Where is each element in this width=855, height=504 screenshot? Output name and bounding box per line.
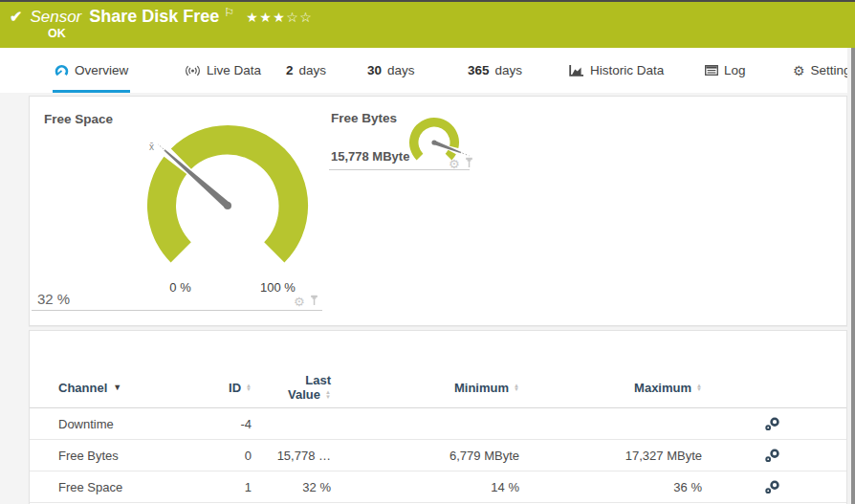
free-bytes-current-value: 15,778 MByte <box>331 149 409 164</box>
channel-id: 0 <box>192 449 252 463</box>
column-header-maximum[interactable]: Maximum▲▼ <box>519 381 702 395</box>
channel-row-free-space[interactable]: Free Space132 %14 %36 % <box>30 471 846 503</box>
stars-empty: ☆☆ <box>286 10 313 25</box>
object-kind-label: Sensor <box>30 8 81 27</box>
last-value: 15,778 … <box>252 449 331 463</box>
minimum-value: 14 % <box>331 480 519 494</box>
channel-name: Downtime <box>58 417 192 431</box>
tab-label: days <box>495 63 523 77</box>
maximum-value: 17,327 MByte <box>519 449 702 463</box>
free-bytes-gauge <box>403 109 489 176</box>
last-value: 32 % <box>252 480 331 494</box>
widget-gear-icon[interactable]: ⚙ <box>294 296 305 308</box>
tab-log[interactable]: Log <box>705 48 746 93</box>
tab-label: days <box>299 63 327 77</box>
tab-label: Live Data <box>207 63 261 77</box>
minimum-value: 6,779 MByte <box>331 449 519 463</box>
channel-name: Free Space <box>58 480 192 494</box>
tab-label: Log <box>724 63 746 77</box>
gauges-panel: Free Space x̄ 0 % 100 % 32 % ⚙ Free Byte… <box>29 96 847 326</box>
gear-icon: ⚙ <box>793 63 805 78</box>
tab-live-data[interactable]: Live Data <box>185 48 261 93</box>
column-header-id[interactable]: ID▲▼ <box>192 381 252 395</box>
status-check-icon: ✔ <box>10 8 22 26</box>
channel-settings-icon[interactable] <box>764 480 780 494</box>
free-space-gauge: x̄ <box>111 97 350 278</box>
channel-id: 1 <box>192 480 252 494</box>
tab-label-strong: 30 <box>367 63 382 77</box>
stars-filled: ★★★ <box>246 10 286 25</box>
sensor-status-header: ✔ Sensor Share Disk Free ⚐ ★★★☆☆ OK <box>0 0 855 48</box>
prtg-sensor-page: ✔ Sensor Share Disk Free ⚐ ★★★☆☆ OK Over… <box>0 0 855 504</box>
sensor-name: Share Disk Free <box>89 7 219 27</box>
channels-table-header: Channel▼ID▲▼LastValue▲▼Minimum▲▼Maximum▲… <box>30 367 846 408</box>
tab-settings[interactable]: ⚙Settings <box>793 48 855 93</box>
chart-icon <box>569 64 584 77</box>
channel-row-free-bytes[interactable]: Free Bytes015,778 …6,779 MByte17,327 MBy… <box>30 440 846 471</box>
widget-gear-icon[interactable]: ⚙ <box>449 158 460 170</box>
tab-bar: OverviewLive Data2days30days365daysHisto… <box>0 48 855 93</box>
gauge-widget-divider <box>329 169 470 170</box>
channel-row-downtime[interactable]: Downtime-4 <box>30 408 846 440</box>
tab-overview[interactable]: Overview <box>55 48 128 93</box>
channel-id: -4 <box>192 417 252 431</box>
live-icon <box>185 65 201 77</box>
column-header-channel[interactable]: Channel▼ <box>58 381 192 395</box>
free-space-current-value: 32 % <box>37 291 70 307</box>
channel-settings-icon[interactable] <box>764 417 780 431</box>
tab-label: Overview <box>75 63 128 77</box>
tab-historic-data[interactable]: Historic Data <box>569 48 664 93</box>
svg-text:x̄: x̄ <box>149 142 154 152</box>
flag-icon: ⚐ <box>224 6 234 19</box>
widget-pin-icon[interactable] <box>310 293 318 310</box>
channel-settings-icon[interactable] <box>764 449 780 463</box>
priority-stars[interactable]: ★★★☆☆ <box>246 10 313 25</box>
tab-365-days[interactable]: 365days <box>468 48 522 93</box>
maximum-value: 36 % <box>519 480 702 494</box>
gauge-icon <box>55 64 69 77</box>
gauge-min-label: 0 % <box>159 280 202 295</box>
column-header-minimum[interactable]: Minimum▲▼ <box>331 381 519 395</box>
tab-label: days <box>387 63 415 77</box>
tab-label-strong: 365 <box>468 63 490 77</box>
sort-desc-icon: ▼ <box>113 383 121 392</box>
tab-label: Historic Data <box>590 63 664 77</box>
status-badge: OK <box>48 27 66 40</box>
column-header-last-value[interactable]: LastValue▲▼ <box>252 373 331 402</box>
tab-2-days[interactable]: 2days <box>286 48 326 93</box>
free-bytes-gauge-title: Free Bytes <box>331 111 397 125</box>
channels-table-body: Downtime-4Free Bytes015,778 …6,779 MByte… <box>30 408 846 503</box>
channels-table-panel: Channel▼ID▲▼LastValue▲▼Minimum▲▼Maximum▲… <box>29 330 847 504</box>
vertical-scrollbar[interactable] <box>847 48 855 504</box>
free-space-gauge-title: Free Space <box>44 112 113 126</box>
tab-label-strong: 2 <box>286 63 294 77</box>
log-icon <box>705 65 718 76</box>
gauge-widget-divider <box>32 310 322 311</box>
tab-30-days[interactable]: 30days <box>367 48 415 93</box>
channel-name: Free Bytes <box>58 449 192 463</box>
